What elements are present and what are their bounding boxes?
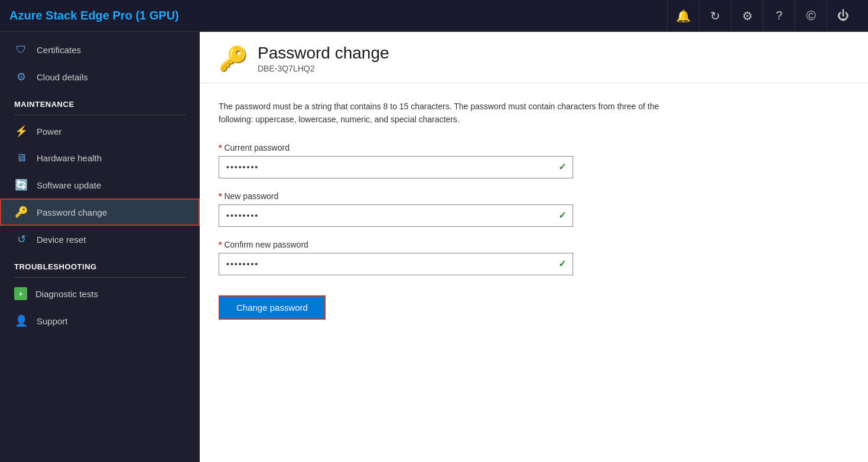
sidebar-item-hardware-label: Hardware health xyxy=(37,153,102,163)
new-password-input-wrapper: ✓ xyxy=(219,204,573,227)
sidebar-item-device-reset[interactable]: ↺ Device reset xyxy=(0,226,200,253)
content-area: 🔑 Password change DBE-3Q7LHQ2 The passwo… xyxy=(200,32,868,462)
confirm-password-group: * Confirm new password ✓ xyxy=(219,240,573,275)
confirm-password-label: * Confirm new password xyxy=(219,240,573,249)
help-icon[interactable]: ? xyxy=(763,0,795,32)
confirm-password-checkmark: ✓ xyxy=(558,258,566,269)
new-password-label-text: New password xyxy=(224,191,278,201)
sidebar-item-software-update[interactable]: 🔄 Software update xyxy=(0,171,200,199)
confirm-password-input-wrapper: ✓ xyxy=(219,253,573,275)
current-password-required: * xyxy=(219,143,222,152)
maintenance-section-label: MAINTENANCE xyxy=(0,90,200,112)
sidebar-item-cloud-label: Cloud details xyxy=(37,72,88,82)
certificates-icon: 🛡 xyxy=(14,44,28,56)
power-nav-icon: ⚡ xyxy=(14,125,28,138)
top-bar: Azure Stack Edge Pro (1 GPU) 🔔 ↻ ⚙ ? © ⏻ xyxy=(0,0,868,32)
sidebar-item-reset-label: Device reset xyxy=(37,235,86,245)
reset-icon: ↺ xyxy=(14,233,28,246)
troubleshooting-divider xyxy=(14,277,186,278)
page-header: 🔑 Password change DBE-3Q7LHQ2 xyxy=(200,32,868,83)
maintenance-divider xyxy=(14,115,186,115)
current-password-label-text: Current password xyxy=(224,143,290,152)
sidebar-item-diagnostic-tests[interactable]: + Diagnostic tests xyxy=(0,280,200,307)
settings-icon[interactable]: ⚙ xyxy=(731,0,763,32)
hardware-icon: 🖥 xyxy=(14,152,28,164)
sidebar-item-power[interactable]: ⚡ Power xyxy=(0,118,200,145)
current-password-input[interactable] xyxy=(219,156,573,178)
copyright-icon[interactable]: © xyxy=(795,0,827,32)
sidebar-item-password-change[interactable]: 🔑 Password change xyxy=(0,199,200,226)
change-password-button[interactable]: Change password xyxy=(219,295,326,320)
sidebar: 🛡 Certificates ⚙ Cloud details MAINTENAN… xyxy=(0,32,200,462)
confirm-password-required: * xyxy=(219,240,222,249)
cloud-icon: ⚙ xyxy=(14,70,28,83)
refresh-icon[interactable]: ↻ xyxy=(699,0,731,32)
sidebar-item-support-label: Support xyxy=(37,316,68,326)
sidebar-item-certificates-label: Certificates xyxy=(37,45,81,55)
page-header-text: Password change DBE-3Q7LHQ2 xyxy=(258,44,389,73)
app-title: Azure Stack Edge Pro (1 GPU) xyxy=(9,9,179,22)
current-password-checkmark: ✓ xyxy=(558,161,566,173)
sidebar-item-support[interactable]: 👤 Support xyxy=(0,307,200,334)
new-password-label: * New password xyxy=(219,191,573,201)
page-subtitle: DBE-3Q7LHQ2 xyxy=(258,64,389,73)
current-password-group: * Current password ✓ xyxy=(219,143,573,178)
current-password-label: * Current password xyxy=(219,143,573,152)
software-icon: 🔄 xyxy=(14,178,28,191)
page-title: Password change xyxy=(258,44,389,63)
sidebar-item-diagnostic-label: Diagnostic tests xyxy=(35,289,98,299)
support-icon: 👤 xyxy=(14,314,28,327)
page-header-icon: 🔑 xyxy=(219,45,248,73)
main-layout: 🛡 Certificates ⚙ Cloud details MAINTENAN… xyxy=(0,32,868,462)
sidebar-item-certificates[interactable]: 🛡 Certificates xyxy=(0,37,200,63)
sidebar-item-software-label: Software update xyxy=(37,180,101,190)
new-password-required: * xyxy=(219,191,222,201)
sidebar-item-password-label: Password change xyxy=(37,207,107,217)
sidebar-item-hardware-health[interactable]: 🖥 Hardware health xyxy=(0,145,200,171)
power-icon[interactable]: ⏻ xyxy=(827,0,859,32)
sidebar-item-cloud-details[interactable]: ⚙ Cloud details xyxy=(0,63,200,90)
current-password-input-wrapper: ✓ xyxy=(219,156,573,178)
diagnostic-icon: + xyxy=(14,287,27,300)
new-password-input[interactable] xyxy=(219,204,573,227)
top-bar-icons: 🔔 ↻ ⚙ ? © ⏻ xyxy=(667,0,859,32)
new-password-checkmark: ✓ xyxy=(558,210,566,221)
confirm-password-input[interactable] xyxy=(219,253,573,275)
troubleshooting-section-label: TROUBLESHOOTING xyxy=(0,253,200,275)
confirm-password-label-text: Confirm new password xyxy=(224,240,308,249)
new-password-group: * New password ✓ xyxy=(219,191,573,227)
form-content: The password must be a string that conta… xyxy=(200,83,868,336)
bell-icon[interactable]: 🔔 xyxy=(667,0,699,32)
sidebar-item-power-label: Power xyxy=(37,126,62,136)
key-icon: 🔑 xyxy=(14,206,28,219)
description-text: The password must be a string that conta… xyxy=(219,100,668,126)
